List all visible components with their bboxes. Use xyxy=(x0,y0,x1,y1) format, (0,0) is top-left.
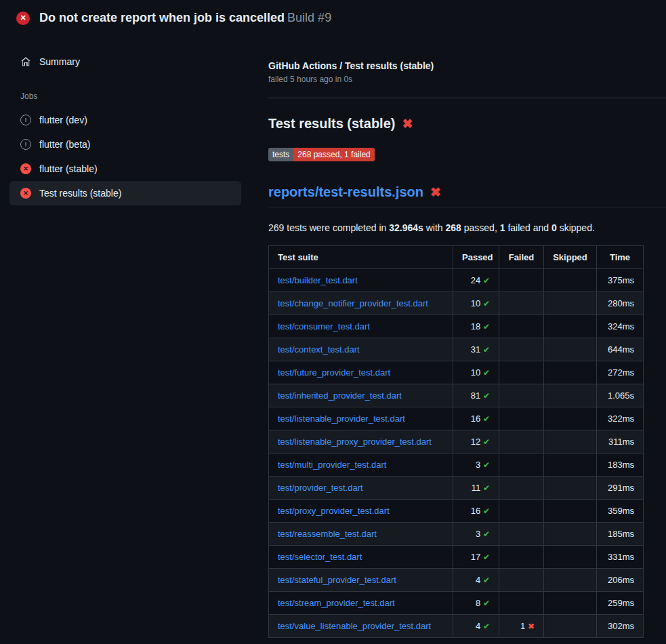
pass-check-icon: ✔ xyxy=(483,529,490,539)
column-header: Failed xyxy=(499,246,544,269)
skipped-cell xyxy=(544,592,597,615)
failed-cell xyxy=(499,269,544,292)
failed-x-icon: ✖ xyxy=(402,117,413,130)
table-row: test/stream_provider_test.dart8 ✔259ms xyxy=(269,592,644,615)
sidebar-item-summary[interactable]: Summary xyxy=(9,49,241,74)
table-row: test/stateful_provider_test.dart4 ✔206ms xyxy=(269,569,644,592)
sidebar-job-item[interactable]: !flutter (dev) xyxy=(9,108,241,132)
failed-status-icon: ✕ xyxy=(20,163,31,174)
suite-cell: test/inherited_provider_test.dart xyxy=(269,384,453,407)
skipped-cell xyxy=(544,615,597,638)
passed-cell: 18 ✔ xyxy=(453,315,499,338)
table-row: test/listenable_proxy_provider_test.dart… xyxy=(269,430,644,454)
test-suite-link[interactable]: test/provider_test.dart xyxy=(278,483,363,493)
skipped-cell xyxy=(544,361,597,384)
job-label: flutter (stable) xyxy=(39,163,98,174)
suite-cell: test/selector_test.dart xyxy=(269,546,453,569)
failed-status-icon: ✕ xyxy=(16,12,30,25)
suite-cell: test/context_test.dart xyxy=(269,338,453,361)
failed-x-icon: ✖ xyxy=(430,186,441,199)
suite-cell: test/change_notifier_provider_test.dart xyxy=(269,292,453,315)
table-row: test/proxy_provider_test.dart16 ✔359ms xyxy=(269,500,644,523)
sidebar-job-item[interactable]: ✕Test results (stable) xyxy=(9,181,241,205)
results-table-body: test/builder_test.dart24 ✔375mstest/chan… xyxy=(269,269,644,638)
skipped-cell xyxy=(544,292,597,315)
skipped-cell xyxy=(544,477,597,500)
table-row: test/reassemble_test.dart3 ✔185ms xyxy=(269,523,644,546)
test-suite-link[interactable]: test/change_notifier_provider_test.dart xyxy=(278,298,428,308)
suite-cell: test/listenable_provider_test.dart xyxy=(269,407,453,430)
report-link[interactable]: reports/test-results.json xyxy=(268,184,423,200)
test-suite-link[interactable]: test/reassemble_test.dart xyxy=(278,529,377,539)
run-meta: failed 5 hours ago in 0s xyxy=(268,75,644,84)
skipped-cell xyxy=(544,384,597,407)
job-label: Test results (stable) xyxy=(39,188,121,199)
failed-cell xyxy=(499,292,544,315)
table-row: test/context_test.dart31 ✔644ms xyxy=(269,338,644,361)
table-row: test/value_listenable_provider_test.dart… xyxy=(269,615,644,638)
skipped-cell xyxy=(544,338,597,361)
test-suite-link[interactable]: test/multi_provider_test.dart xyxy=(278,460,386,470)
summary-skipped-count: 0 xyxy=(551,222,557,233)
passed-cell: 12 ✔ xyxy=(453,430,499,454)
job-label: flutter (beta) xyxy=(39,139,90,150)
test-suite-link[interactable]: test/proxy_provider_test.dart xyxy=(278,506,390,516)
time-cell: 280ms xyxy=(597,292,644,315)
failed-cell xyxy=(499,592,544,615)
failed-cell xyxy=(499,500,544,523)
suite-cell: test/stream_provider_test.dart xyxy=(269,592,453,615)
pass-check-icon: ✔ xyxy=(483,576,490,585)
failed-cell xyxy=(499,477,544,500)
pass-check-icon: ✔ xyxy=(483,437,490,447)
test-results-table: Test suitePassedFailedSkippedTime test/b… xyxy=(268,245,644,638)
skipped-cell xyxy=(544,430,597,454)
fail-cross-icon: ✖ xyxy=(528,622,535,631)
table-row: test/provider_test.dart11 ✔291ms xyxy=(269,477,644,500)
summary-duration: 32.964s xyxy=(389,222,423,233)
passed-cell: 4 ✔ xyxy=(453,615,499,638)
failed-cell xyxy=(499,384,544,407)
test-suite-link[interactable]: test/inherited_provider_test.dart xyxy=(278,390,402,401)
passed-cell: 3 ✔ xyxy=(453,523,499,546)
failed-cell: 1 ✖ xyxy=(499,615,544,638)
test-suite-link[interactable]: test/context_test.dart xyxy=(278,344,360,355)
pass-check-icon: ✔ xyxy=(483,414,490,424)
pass-check-icon: ✔ xyxy=(483,622,490,631)
column-header: Test suite xyxy=(269,246,453,269)
suite-cell: test/builder_test.dart xyxy=(269,269,453,292)
test-suite-link[interactable]: test/listenable_proxy_provider_test.dart xyxy=(278,437,432,447)
sidebar-job-item[interactable]: ✕flutter (stable) xyxy=(9,157,241,181)
report-title: reports/test-results.json ✖ xyxy=(268,184,666,207)
section-title-text: Test results (stable) xyxy=(268,116,395,132)
test-suite-link[interactable]: test/future_provider_test.dart xyxy=(278,367,390,378)
suite-cell: test/value_listenable_provider_test.dart xyxy=(269,615,453,638)
test-suite-link[interactable]: test/builder_test.dart xyxy=(278,275,358,285)
skipped-cell xyxy=(544,269,597,292)
table-row: test/future_provider_test.dart10 ✔272ms xyxy=(269,361,644,384)
job-label: flutter (dev) xyxy=(39,115,87,125)
test-suite-link[interactable]: test/selector_test.dart xyxy=(278,552,362,562)
suite-cell: test/listenable_proxy_provider_test.dart xyxy=(269,430,453,454)
test-suite-link[interactable]: test/value_listenable_provider_test.dart xyxy=(278,621,431,631)
failed-cell xyxy=(499,315,544,338)
failed-cell xyxy=(499,454,544,477)
passed-cell: 10 ✔ xyxy=(453,292,499,315)
sidebar: Summary Jobs !flutter (dev)!flutter (bet… xyxy=(0,35,251,205)
test-suite-link[interactable]: test/stream_provider_test.dart xyxy=(278,598,395,608)
home-icon xyxy=(20,56,31,67)
badge-value: 268 passed, 1 failed xyxy=(293,148,374,161)
passed-cell: 31 ✔ xyxy=(453,338,499,361)
main-content: GitHub Actions / Test results (stable) f… xyxy=(251,35,666,644)
skipped-cell xyxy=(544,500,597,523)
suite-cell: test/multi_provider_test.dart xyxy=(269,454,453,477)
passed-cell: 3 ✔ xyxy=(453,454,499,477)
sidebar-summary-label: Summary xyxy=(39,56,80,67)
time-cell: 322ms xyxy=(597,407,644,430)
suite-cell: test/proxy_provider_test.dart xyxy=(269,500,453,523)
table-row: test/inherited_provider_test.dart81 ✔1.0… xyxy=(269,384,644,407)
test-suite-link[interactable]: test/stateful_provider_test.dart xyxy=(278,575,396,585)
failed-cell xyxy=(499,546,544,569)
sidebar-job-item[interactable]: !flutter (beta) xyxy=(9,132,241,157)
test-suite-link[interactable]: test/consumer_test.dart xyxy=(278,321,370,331)
test-suite-link[interactable]: test/listenable_provider_test.dart xyxy=(278,414,405,424)
